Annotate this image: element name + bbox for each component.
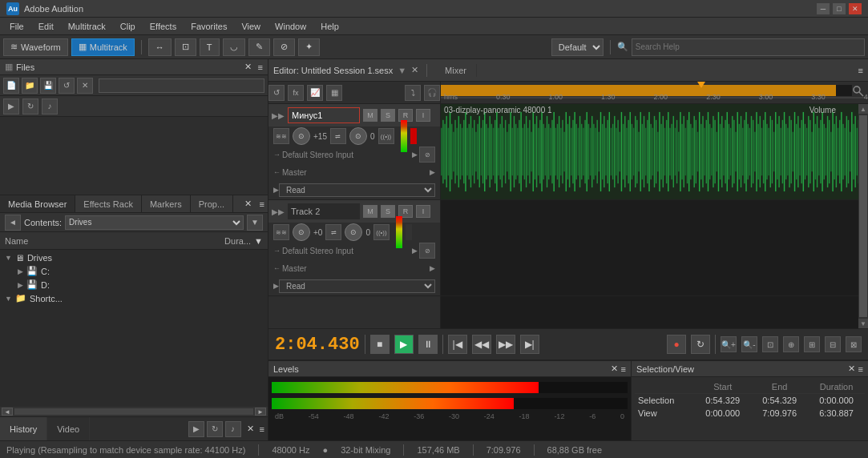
undo-button[interactable]: ↺ [268, 85, 285, 101]
track-2-output-arrow[interactable]: ← [273, 264, 281, 272]
multitrack-button[interactable]: ▦ Multitrack [71, 38, 135, 56]
navigate-back-button[interactable]: ◄ [5, 215, 21, 231]
menu-multitrack[interactable]: Multitrack [62, 20, 112, 33]
maximize-button[interactable]: □ [833, 3, 846, 14]
track-1-input-more-button[interactable]: ▶ [412, 151, 418, 159]
tracks-scrollbar-v[interactable]: ▲ ▼ [858, 104, 868, 328]
tab-properties[interactable]: Prop... [191, 195, 233, 212]
media-menu-button[interactable]: ▼ [247, 215, 263, 231]
tool-lasso[interactable]: T [200, 38, 220, 56]
menu-edit[interactable]: Edit [32, 20, 60, 33]
track-1-solo-button[interactable]: S [381, 109, 395, 122]
close-button[interactable]: ✕ [849, 3, 862, 14]
track-1-pan-knob[interactable]: ⊙ [349, 127, 367, 145]
minimize-button[interactable]: ─ [817, 3, 830, 14]
tool-eraser[interactable]: ⊘ [273, 38, 295, 56]
play-button[interactable]: ▶ [394, 335, 414, 354]
sort-icon[interactable]: ▼ [254, 236, 263, 246]
loop-button[interactable]: ↻ [691, 335, 710, 354]
levels-close-button[interactable]: ✕ [611, 364, 618, 374]
track-1-play-button[interactable]: ▶ [273, 186, 279, 194]
selection-end-value[interactable]: 0:54.329 [751, 394, 808, 408]
track-1-effects-button[interactable]: ≋≋ [273, 128, 289, 144]
list-item[interactable]: ▶ 💾 C: [2, 264, 266, 278]
tool-select[interactable]: ↔ [148, 38, 172, 56]
track-2-play-button[interactable]: ▶ [273, 282, 279, 290]
chart-button[interactable]: ▦ [326, 85, 342, 101]
zoom-fit-button[interactable]: ⊡ [762, 336, 778, 352]
list-item[interactable]: ▼ 📁 Shortc... [2, 291, 266, 305]
track-1-mute-input-button[interactable]: ⊘ [419, 147, 435, 163]
track-2-volume-knob[interactable]: ⊙ [293, 223, 310, 241]
media-browser-menu-icon[interactable]: ≡ [256, 199, 268, 209]
track-2-pan-knob[interactable]: ⊙ [345, 223, 362, 241]
scroll-up-button[interactable]: ▲ [858, 104, 868, 114]
menu-favorites[interactable]: Favorites [184, 20, 233, 33]
track-1-volume-knob[interactable]: ⊙ [293, 127, 310, 145]
record-button[interactable]: ● [667, 335, 686, 354]
tab-history[interactable]: History [0, 417, 47, 440]
tab-markers[interactable]: Markers [142, 195, 191, 212]
files-speaker-button[interactable]: ♪ [42, 98, 58, 114]
track-2-input-more-button[interactable]: ▶ [412, 247, 418, 255]
track-2-waveform[interactable] [441, 200, 868, 296]
waveform-button[interactable]: ≋ Waveform [3, 38, 68, 56]
track-1-output-more-button[interactable]: ▶ [430, 168, 435, 176]
zoom-height-button[interactable]: ⊠ [846, 336, 862, 352]
zoom-reset-button[interactable]: ⊟ [825, 336, 841, 352]
files-play-button[interactable]: ▶ [3, 98, 19, 114]
track-1-mode-dropdown[interactable]: Read [279, 183, 435, 197]
files-search-input[interactable] [99, 78, 264, 93]
zoom-sel-button[interactable]: ⊕ [783, 336, 799, 352]
history-speaker-button[interactable]: ♪ [225, 421, 241, 437]
headphones-button[interactable]: 🎧 [424, 85, 440, 101]
files-save-button[interactable]: 💾 [40, 78, 56, 94]
view-start-value[interactable]: 0:00.000 [694, 407, 751, 420]
close-history-button[interactable]: ✕ [244, 424, 257, 434]
list-item[interactable]: ▼ 🖥 Drives [2, 251, 266, 264]
selection-duration-value[interactable]: 0:00.000 [808, 394, 865, 408]
rewind-button[interactable]: ◀◀ [472, 335, 491, 354]
track-2-input-arrow[interactable]: → [273, 247, 281, 255]
scrollbar-thumb-h[interactable] [14, 408, 253, 415]
files-loop-button[interactable]: ↻ [22, 98, 38, 114]
editor-menu-icon[interactable]: ≡ [858, 66, 863, 75]
menu-effects[interactable]: Effects [143, 20, 183, 33]
zoom-icon[interactable] [852, 85, 865, 99]
files-refresh-button[interactable]: ↺ [59, 78, 75, 94]
editor-close-button[interactable]: ✕ [411, 65, 418, 75]
view-duration-value[interactable]: 6:30.887 [808, 407, 865, 420]
track-1-name-input[interactable] [288, 107, 360, 123]
tab-mixer[interactable]: Mixer [435, 64, 477, 77]
levels-menu-icon[interactable]: ≡ [621, 364, 626, 374]
scroll-thumb-v[interactable] [859, 115, 867, 317]
selection-menu-icon[interactable]: ≡ [858, 364, 863, 374]
scroll-down-button[interactable]: ▼ [858, 319, 868, 328]
track-2-pan-icon[interactable]: ⇌ [325, 224, 341, 240]
files-close-button[interactable]: ✕ [244, 62, 252, 72]
pause-button[interactable]: ⏸ [418, 335, 438, 354]
track-1-mute-button[interactable]: M [363, 109, 377, 122]
list-item[interactable]: ▶ 💾 D: [2, 278, 266, 291]
files-menu-icon[interactable]: ≡ [258, 62, 263, 72]
tool-marquee[interactable]: ⊡ [175, 38, 196, 56]
track-2-mode-dropdown[interactable]: Read [279, 279, 435, 293]
files-open-button[interactable]: 📁 [22, 78, 38, 94]
track-2-solo-button[interactable]: S [381, 205, 395, 218]
tool-brush[interactable]: ✎ [248, 38, 270, 56]
track-1-waveform[interactable]: 03-dizplay-panoramic 48000 1 Volume [441, 104, 868, 200]
scroll-right-button[interactable]: ► [255, 408, 266, 416]
fast-forward-button[interactable]: ▶▶ [496, 335, 515, 354]
tab-effects-rack[interactable]: Effects Rack [75, 195, 142, 212]
tab-video[interactable]: Video [47, 417, 90, 440]
scroll-left-button[interactable]: ◄ [2, 408, 13, 416]
menu-window[interactable]: Window [268, 20, 313, 33]
track-2-mute-button[interactable]: M [363, 205, 377, 218]
menu-help[interactable]: Help [314, 20, 345, 33]
goto-start-button[interactable]: |◀ [448, 335, 467, 354]
track-2-mono-button[interactable]: ((•)) [373, 224, 390, 240]
selection-close-button[interactable]: ✕ [848, 364, 855, 374]
track-2-input-button[interactable]: I [416, 205, 430, 218]
search-help-input[interactable] [632, 38, 865, 56]
tool-pencil[interactable]: ◡ [223, 38, 245, 56]
